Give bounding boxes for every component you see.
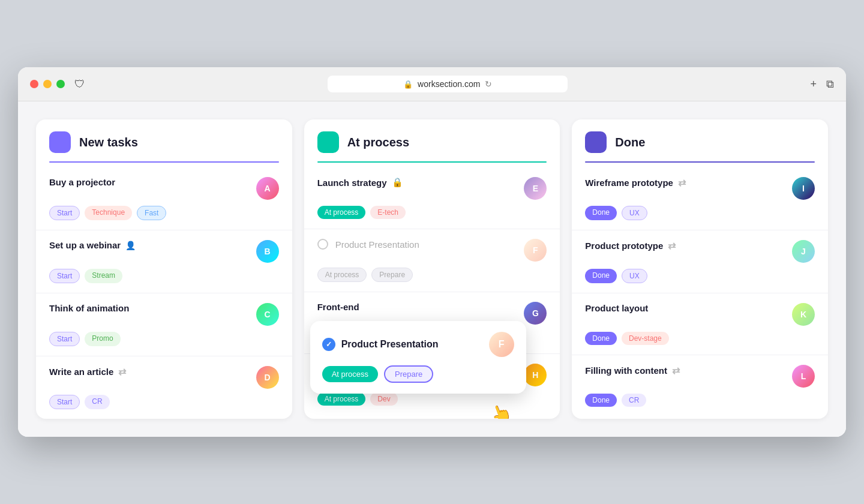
task-header: Filling with content ⇄ L — [585, 365, 815, 388]
tag[interactable]: Start — [49, 332, 80, 346]
tag[interactable]: Dev — [370, 392, 397, 406]
column-divider-done — [585, 161, 815, 163]
task-name: Filling with content ⇄ — [585, 365, 680, 376]
tag[interactable]: UX — [622, 269, 647, 283]
task-name: Buy a projector — [49, 177, 115, 187]
task-name: Launch strategy 🔒 — [317, 177, 403, 188]
task-card[interactable]: Think of animation C Start Promo — [36, 293, 292, 356]
column-header-at-process: At process — [304, 119, 560, 153]
popup-card: ✓ Product Presentation F At process Prep… — [310, 321, 526, 394]
tag[interactable]: CR — [85, 395, 109, 409]
task-name: Write an article ⇄ — [49, 366, 126, 377]
task-name: Product Presentation — [317, 239, 419, 250]
url-text: worksection.com — [418, 79, 480, 89]
address-bar[interactable]: 🔒 worksection.com ↻ — [328, 76, 568, 92]
refresh-icon[interactable]: ↻ — [485, 79, 492, 89]
task-card[interactable]: Wireframe prototype ⇄ I Done UX — [572, 167, 828, 230]
browser-content: New tasks Buy a projector A Start Techni… — [18, 101, 846, 437]
tag[interactable]: CR — [622, 394, 646, 407]
task-header: Product prototype ⇄ J — [585, 240, 815, 263]
task-card[interactable]: Buy a projector A Start Technique Fast — [36, 167, 292, 230]
task-card[interactable]: Write an article ⇄ D Start CR — [36, 356, 292, 419]
column-indicator-process — [317, 131, 339, 153]
tag[interactable]: At process — [317, 392, 366, 406]
minimize-button[interactable] — [43, 80, 52, 88]
column-title-done: Done — [615, 136, 645, 149]
maximize-button[interactable] — [56, 80, 65, 88]
tag[interactable]: Start — [49, 395, 80, 409]
tag[interactable]: At process — [317, 206, 366, 219]
task-header: Wireframe prototype ⇄ I — [585, 177, 815, 200]
tag[interactable]: Done — [585, 394, 617, 407]
tag[interactable]: Done — [585, 206, 617, 220]
column-indicator-new — [49, 131, 71, 153]
tabs-button[interactable]: ⧉ — [826, 78, 834, 91]
tag[interactable]: Stream — [85, 269, 122, 283]
task-header: Set up a webinar 👤 B — [49, 240, 279, 263]
task-name: Wireframe prototype ⇄ — [585, 177, 686, 188]
tag[interactable]: Promo — [85, 332, 120, 346]
tag[interactable]: Fast — [137, 206, 166, 220]
column-divider-new — [49, 161, 279, 163]
task-header: Think of animation C — [49, 303, 279, 326]
avatar: L — [792, 365, 815, 388]
link-icon: ⇄ — [672, 365, 680, 376]
tags: Done UX — [585, 206, 815, 220]
tags: At process E-tech — [317, 206, 547, 219]
close-button[interactable] — [30, 80, 38, 88]
tag[interactable]: E-tech — [370, 206, 406, 219]
browser-window: 🛡 🔒 worksection.com ↻ + ⧉ New tasks — [18, 67, 846, 437]
avatar: A — [256, 177, 279, 200]
tag[interactable]: At process — [317, 268, 367, 282]
task-header: Launch strategy 🔒 E — [317, 177, 547, 200]
tags: Done CR — [585, 394, 815, 407]
link-icon: ⇄ — [678, 177, 686, 188]
task-header: Write an article ⇄ D — [49, 366, 279, 389]
column-header-done: Done — [572, 119, 828, 153]
tags: Done UX — [585, 269, 815, 283]
task-name-muted: Product Presentation — [335, 239, 419, 250]
shield-icon: 🛡 — [74, 78, 85, 91]
task-card[interactable]: Filling with content ⇄ L Done CR — [572, 355, 828, 416]
task-card[interactable]: Product layout K Done Dev-stage — [572, 293, 828, 355]
task-card[interactable]: Launch strategy 🔒 E At process E-tech — [304, 167, 560, 229]
tags: Start Stream — [49, 269, 279, 283]
check-circle — [317, 239, 328, 250]
tag[interactable]: Dev-stage — [622, 332, 669, 345]
kanban-board: New tasks Buy a projector A Start Techni… — [36, 119, 828, 419]
task-card-product-presentation[interactable]: Product Presentation F At process Prepar… — [304, 229, 560, 292]
task-header: Buy a projector A — [49, 177, 279, 200]
tags: Start Technique Fast — [49, 206, 279, 220]
tags: At process Prepare — [317, 268, 547, 282]
column-title-new: New tasks — [79, 136, 138, 149]
task-header: Product layout K — [585, 303, 815, 326]
popup-tags: At process Prepare — [322, 365, 514, 383]
task-card[interactable]: Set up a webinar 👤 B Start Stream — [36, 230, 292, 293]
tag[interactable]: Done — [585, 269, 617, 283]
task-card[interactable]: Product prototype ⇄ J Done UX — [572, 230, 828, 293]
tag[interactable]: Start — [49, 269, 80, 283]
task-name: Set up a webinar 👤 — [49, 240, 136, 250]
popup-title: ✓ Product Presentation — [322, 338, 439, 351]
new-tab-button[interactable]: + — [810, 78, 817, 91]
tags: Done Dev-stage — [585, 332, 815, 345]
user-icon: 👤 — [125, 241, 136, 250]
tag[interactable]: UX — [622, 206, 647, 220]
browser-chrome: 🛡 🔒 worksection.com ↻ + ⧉ — [18, 67, 846, 101]
column-new-tasks: New tasks Buy a projector A Start Techni… — [36, 119, 292, 419]
link-icon: ⇄ — [668, 240, 676, 251]
column-at-process: At process Launch strategy 🔒 E At proces… — [304, 119, 560, 419]
column-title-process: At process — [347, 136, 409, 149]
popup-tag-prepare[interactable]: Prepare — [384, 365, 433, 383]
tag[interactable]: Prepare — [371, 268, 413, 282]
popup-tag-process[interactable]: At process — [322, 366, 378, 382]
chrome-actions: + ⧉ — [810, 78, 834, 91]
column-divider-process — [317, 161, 547, 163]
tag[interactable]: Start — [49, 206, 80, 220]
check-icon: ✓ — [322, 338, 335, 351]
avatar: H — [524, 364, 547, 386]
task-name: Product layout — [585, 303, 648, 313]
avatar: I — [792, 177, 815, 200]
tag[interactable]: Done — [585, 332, 617, 345]
tag[interactable]: Technique — [85, 206, 132, 220]
